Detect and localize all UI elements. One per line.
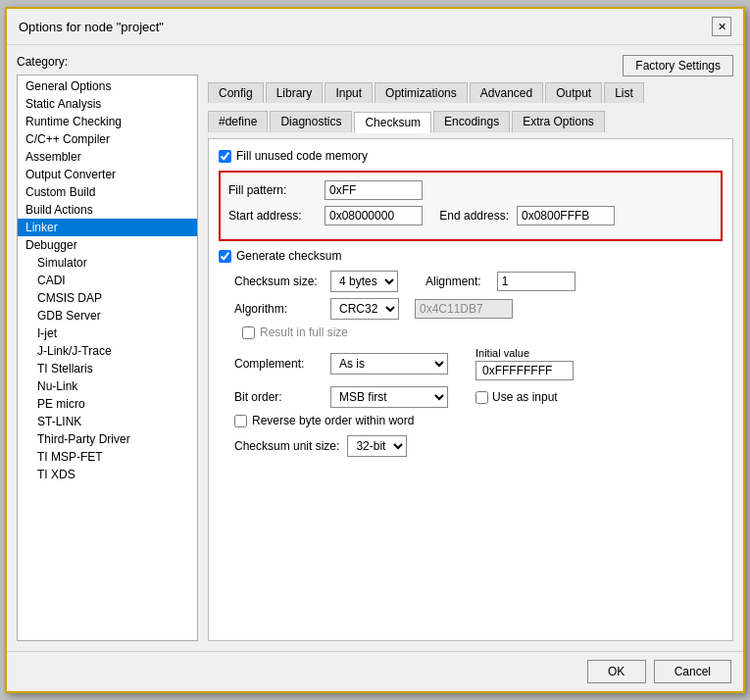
checksum-unit-size-select[interactable]: 32-bit 8-bit 16-bit [347, 435, 407, 457]
checksum-unit-size-row: Checksum unit size: 32-bit 8-bit 16-bit [234, 435, 723, 457]
tab-optimizations[interactable]: Optimizations [375, 82, 468, 103]
tab-#define[interactable]: #define [208, 111, 268, 132]
algorithm-disabled-input [415, 299, 513, 319]
tab-list[interactable]: List [604, 82, 644, 103]
close-button[interactable]: ✕ [712, 17, 731, 36]
dialog-body: Category: General OptionsStatic Analysis… [7, 45, 743, 651]
factory-settings-row: Factory Settings [208, 55, 733, 76]
reverse-byte-order-row: Reverse byte order within word [234, 414, 723, 427]
title-bar: Options for node "project" ✕ [7, 9, 743, 45]
sidebar-item[interactable]: TI MSP-FET [18, 448, 197, 466]
sidebar: Category: General OptionsStatic Analysis… [17, 55, 198, 641]
generate-checksum-label: Generate checksum [236, 249, 341, 263]
sidebar-item[interactable]: Output Converter [18, 166, 197, 183]
algorithm-select[interactable]: CRC32 CRC16 Sum [330, 298, 399, 320]
checksum-unit-size-label: Checksum unit size: [234, 439, 339, 453]
address-row: Start address: End address: [228, 206, 713, 225]
checksum-size-select[interactable]: 4 bytes 1 byte 2 bytes [330, 271, 398, 292]
bit-order-label: Bit order: [234, 390, 323, 404]
category-label: Category: [17, 55, 198, 69]
checksum-settings: Checksum size: 4 bytes 1 byte 2 bytes Al… [219, 271, 723, 457]
result-full-size-checkbox[interactable] [242, 326, 255, 339]
alignment-label: Alignment: [425, 275, 481, 288]
sidebar-item[interactable]: GDB Server [18, 307, 197, 325]
sidebar-item[interactable]: C/C++ Compiler [18, 130, 197, 148]
fill-unused-row: Fill unused code memory [219, 149, 723, 163]
fill-pattern-row: Fill pattern: [228, 180, 713, 200]
reverse-byte-order-label: Reverse byte order within word [252, 414, 414, 427]
checksum-size-row: Checksum size: 4 bytes 1 byte 2 bytes Al… [234, 271, 723, 292]
fill-unused-label: Fill unused code memory [236, 149, 368, 163]
use-as-input-checkbox[interactable] [475, 391, 488, 404]
ok-button[interactable]: OK [587, 660, 646, 683]
sidebar-item[interactable]: J-Link/J-Trace [18, 342, 197, 360]
factory-settings-button[interactable]: Factory Settings [623, 55, 733, 76]
tabs-row1: ConfigLibraryInputOptimizationsAdvancedO… [208, 82, 733, 103]
main-content: Factory Settings ConfigLibraryInputOptim… [208, 55, 733, 641]
checksum-size-label: Checksum size: [234, 275, 323, 288]
tab-content: Fill unused code memory Fill pattern: St… [208, 138, 733, 641]
complement-label: Complement: [234, 357, 323, 371]
sidebar-item[interactable]: Third-Party Driver [18, 430, 197, 448]
dialog-footer: OK Cancel [7, 651, 743, 691]
sidebar-item[interactable]: ST-LINK [18, 413, 197, 430]
result-full-size-row: Result in full size [242, 325, 723, 339]
sidebar-item[interactable]: PE micro [18, 395, 197, 413]
tab-diagnostics[interactable]: Diagnostics [270, 111, 352, 132]
sidebar-item[interactable]: Static Analysis [18, 95, 197, 113]
sidebar-item[interactable]: TI XDS [18, 466, 197, 483]
complement-select[interactable]: As is One's complement Two's complement [330, 353, 448, 375]
bit-order-row: Bit order: MSB first LSB first Use as in… [234, 386, 723, 408]
complement-row: Complement: As is One's complement Two's… [234, 347, 723, 380]
tab-checksum[interactable]: Checksum [354, 112, 431, 133]
sidebar-item[interactable]: Nu-Link [18, 377, 197, 395]
highlighted-section: Fill pattern: Start address: End address… [219, 171, 723, 241]
dialog-title: Options for node "project" [19, 20, 164, 34]
sidebar-item[interactable]: Runtime Checking [18, 113, 197, 130]
use-as-input-label: Use as input [492, 390, 558, 404]
alignment-input[interactable] [497, 272, 575, 291]
fill-unused-checkbox[interactable] [219, 150, 231, 163]
tab-advanced[interactable]: Advanced [470, 82, 543, 103]
sidebar-item[interactable]: Debugger [18, 236, 197, 254]
sidebar-item[interactable]: Assembler [18, 148, 197, 166]
sidebar-item[interactable]: Simulator [18, 254, 197, 272]
reverse-byte-order-checkbox[interactable] [234, 415, 247, 427]
fill-pattern-label: Fill pattern: [228, 183, 317, 197]
sidebar-item[interactable]: Linker [18, 219, 197, 236]
end-address-input[interactable] [517, 206, 615, 225]
sidebar-item[interactable]: CMSIS DAP [18, 289, 197, 307]
algorithm-label: Algorithm: [234, 302, 323, 316]
options-dialog: Options for node "project" ✕ Category: G… [5, 7, 745, 693]
start-address-input[interactable] [325, 206, 423, 225]
sidebar-item[interactable]: CADI [18, 272, 197, 289]
sidebar-item[interactable]: General Options [18, 77, 197, 95]
tab-input[interactable]: Input [325, 82, 373, 103]
sidebar-list: General OptionsStatic AnalysisRuntime Ch… [17, 75, 198, 641]
bit-order-select[interactable]: MSB first LSB first [330, 386, 448, 408]
tab-encodings[interactable]: Encodings [433, 111, 510, 132]
fill-pattern-input[interactable] [325, 180, 423, 200]
tab-library[interactable]: Library [266, 82, 324, 103]
start-address-label: Start address: [228, 209, 317, 223]
initial-value-group: Initial value [475, 347, 574, 380]
tab-config[interactable]: Config [208, 82, 264, 103]
sidebar-item[interactable]: Build Actions [18, 201, 197, 219]
sidebar-item[interactable]: Custom Build [18, 183, 197, 201]
sidebar-item[interactable]: TI Stellaris [18, 360, 197, 377]
sidebar-item[interactable]: I-jet [18, 325, 197, 342]
tabs-row2: #defineDiagnosticsChecksumEncodingsExtra… [208, 111, 733, 132]
tab-output[interactable]: Output [545, 82, 602, 103]
tab-extra-options[interactable]: Extra Options [512, 111, 605, 132]
algorithm-row: Algorithm: CRC32 CRC16 Sum [234, 298, 723, 320]
cancel-button[interactable]: Cancel [654, 660, 731, 683]
generate-checksum-row: Generate checksum [219, 249, 723, 263]
result-full-size-label: Result in full size [260, 325, 348, 339]
initial-value-label: Initial value [475, 347, 574, 359]
generate-checksum-checkbox[interactable] [219, 250, 231, 263]
use-as-input-row: Use as input [475, 390, 558, 404]
end-address-label: End address: [430, 209, 509, 223]
initial-value-input[interactable] [475, 361, 574, 380]
